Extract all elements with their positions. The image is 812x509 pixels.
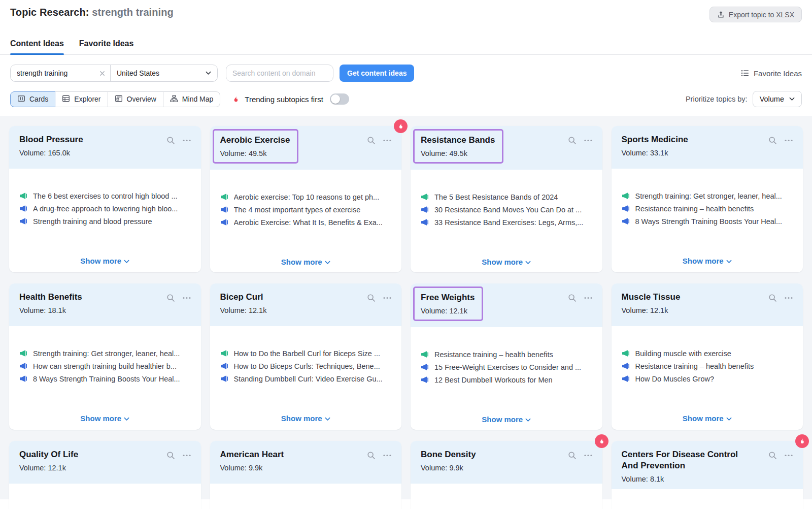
show-more-button[interactable]: Show more	[281, 414, 330, 423]
volume-value: 165.0k	[48, 149, 70, 157]
more-icon[interactable]	[183, 297, 191, 299]
chevron-down-icon	[525, 260, 531, 265]
search-icon[interactable]	[568, 136, 577, 145]
topic-title: Bone Density	[421, 449, 476, 460]
idea-text: How can strength training build healthie…	[33, 362, 177, 370]
tab-content-ideas-label: Content Ideas	[10, 39, 64, 48]
clear-keyword-icon[interactable]	[99, 71, 105, 76]
favorite-ideas-link[interactable]: Favorite Ideas	[741, 69, 802, 78]
idea-list: The 5 Best Resistance Bands of 202430 Re…	[421, 193, 592, 227]
topic-title: Health Benefits	[19, 292, 82, 303]
search-icon[interactable]	[166, 294, 175, 302]
country-select-value: United States	[117, 69, 159, 77]
topic-card-body: The 5 Best Resistance Bands of 202430 Re…	[411, 170, 602, 273]
view-explorer-button[interactable]: Explorer	[55, 91, 108, 107]
tab-favorite-ideas[interactable]: Favorite Ideas	[79, 39, 134, 54]
volume-label: Volume:	[220, 464, 247, 472]
megaphone-icon	[19, 375, 27, 383]
topic-card-header: Quality Of LifeVolume: 12.1k	[9, 441, 201, 484]
idea-list: The 6 best exercises to control high blo…	[19, 192, 191, 226]
more-icon[interactable]	[383, 297, 391, 299]
topic-title-block: Centers For Disease Control And Preventi…	[622, 449, 743, 483]
megaphone-icon	[19, 362, 27, 370]
mindmap-icon	[170, 94, 178, 104]
search-icon[interactable]	[367, 451, 376, 460]
idea-item: The 6 best exercises to control high blo…	[19, 192, 191, 200]
idea-item: 15 Free-Weight Exercises to Consider and…	[421, 363, 592, 371]
topic-card: Muscle TissueVolume: 12.1kBuilding muscl…	[612, 283, 803, 430]
topic-title: Blood Pressure	[19, 134, 83, 145]
topic-highlight-box: Free WeightsVolume: 12.1k	[413, 287, 483, 321]
search-icon[interactable]	[768, 294, 777, 302]
topic-card-actions	[568, 294, 592, 302]
more-icon[interactable]	[183, 139, 191, 142]
idea-item: How to Do Biceps Curls: Techniques, Bene…	[220, 362, 392, 370]
idea-text: How to Do Biceps Curls: Techniques, Bene…	[234, 362, 380, 370]
export-xlsx-button[interactable]: Export topic to XLSX	[709, 7, 802, 22]
topic-card-body: The 6 best exercises to control high blo…	[9, 169, 201, 272]
more-icon[interactable]	[584, 297, 592, 299]
idea-text: Resistance training – health benefits	[434, 351, 553, 359]
topic-card-actions	[568, 451, 592, 460]
topic-card-body: Resistance training – health benefits15 …	[411, 327, 602, 431]
megaphone-icon	[622, 375, 630, 383]
more-icon[interactable]	[183, 454, 191, 457]
tab-content-ideas[interactable]: Content Ideas	[10, 39, 64, 54]
more-icon[interactable]	[383, 139, 391, 142]
topic-highlight-box: Resistance BandsVolume: 49.5k	[413, 129, 503, 164]
domain-search-input[interactable]	[226, 65, 333, 82]
idea-text: Strength training: Get stronger, leaner,…	[635, 192, 782, 200]
volume-label: Volume:	[220, 149, 247, 157]
idea-list: Strength training: Get stronger, leaner,…	[19, 349, 191, 383]
show-more-button[interactable]: Show more	[80, 414, 129, 423]
idea-text: The 4 most important types of exercise	[234, 206, 361, 214]
prioritize-select[interactable]: Volume	[753, 91, 802, 107]
more-icon[interactable]	[584, 139, 592, 142]
search-icon[interactable]	[367, 294, 376, 302]
topic-card: Bone DensityVolume: 9.9k	[411, 441, 602, 509]
show-more-wrap: Show more	[9, 414, 201, 423]
more-icon[interactable]	[383, 454, 391, 457]
search-icon[interactable]	[166, 136, 175, 145]
topic-volume: Volume: 49.5k	[421, 149, 495, 157]
view-overview-button[interactable]: Overview	[108, 91, 163, 107]
topic-card: Bicep CurlVolume: 12.1kHow to Do the Bar…	[210, 283, 402, 430]
toggle-knob	[331, 94, 340, 104]
country-select[interactable]: United States	[111, 65, 217, 81]
show-more-button[interactable]: Show more	[482, 415, 531, 424]
more-icon[interactable]	[785, 139, 793, 142]
search-icon[interactable]	[768, 451, 777, 460]
show-more-button[interactable]: Show more	[80, 257, 129, 265]
upload-icon	[717, 11, 725, 18]
more-icon[interactable]	[785, 297, 793, 299]
more-icon[interactable]	[785, 454, 793, 457]
view-mind-map-button[interactable]: Mind Map	[163, 91, 220, 107]
page-title-query: strength training	[92, 7, 174, 18]
idea-text: Building muscle with exercise	[635, 349, 731, 358]
search-icon[interactable]	[367, 136, 376, 145]
volume-value: 12.1k	[249, 306, 266, 314]
idea-list: Building muscle with exerciseResistance …	[622, 349, 793, 383]
show-more-button[interactable]: Show more	[683, 257, 732, 265]
search-icon[interactable]	[768, 136, 777, 145]
more-icon[interactable]	[584, 454, 592, 457]
topic-volume: Volume: 8.1k	[622, 475, 743, 483]
show-more-button[interactable]: Show more	[482, 258, 531, 266]
get-content-ideas-button[interactable]: Get content ideas	[340, 65, 414, 82]
trending-toggle[interactable]	[330, 93, 349, 105]
topic-card-body	[9, 484, 201, 509]
view-cards-button[interactable]: Cards	[10, 91, 55, 107]
megaphone-icon	[622, 217, 630, 226]
idea-list: Resistance training – health benefits15 …	[421, 351, 592, 384]
megaphone-icon	[421, 351, 429, 359]
search-icon[interactable]	[568, 294, 577, 302]
show-more-button[interactable]: Show more	[683, 414, 732, 423]
megaphone-icon	[19, 217, 27, 226]
idea-text: 33 Resistance Band Exercises: Legs, Arms…	[434, 218, 583, 227]
volume-value: 12.1k	[650, 306, 668, 314]
trending-subtopics-group: Trending subtopics first	[231, 93, 349, 105]
keyword-input[interactable]	[17, 69, 99, 77]
show-more-button[interactable]: Show more	[281, 258, 330, 266]
search-icon[interactable]	[166, 451, 175, 460]
search-icon[interactable]	[568, 451, 577, 460]
